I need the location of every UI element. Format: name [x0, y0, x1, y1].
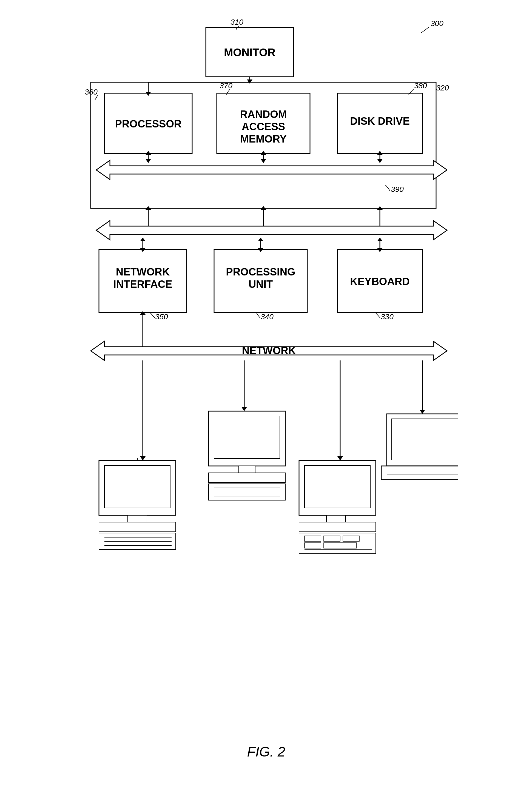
svg-rect-80 — [305, 536, 321, 541]
monitor-label: MONITOR — [224, 46, 275, 58]
svg-marker-47 — [140, 456, 146, 460]
figure-label: FIG. 2 — [247, 744, 285, 760]
ref-300: 300 — [431, 19, 444, 28]
svg-rect-84 — [324, 543, 357, 548]
ref-350: 350 — [155, 312, 168, 321]
main-diagram: MONITOR 310 300 320 PROCESSOR RANDOM ACC… — [74, 11, 458, 767]
svg-rect-81 — [324, 536, 340, 541]
network-interface-label2: INTERFACE — [113, 278, 172, 290]
ram-label-line2: ACCESS — [242, 121, 285, 132]
svg-rect-64 — [381, 466, 458, 480]
ref-340: 340 — [261, 312, 274, 321]
svg-marker-41 — [377, 238, 383, 241]
svg-marker-49 — [242, 407, 247, 411]
disk-drive-label-line1: DISK DRIVE — [350, 116, 409, 127]
svg-marker-37 — [258, 238, 263, 241]
ref-380: 380 — [414, 81, 427, 90]
ram-label-line3: MEMORY — [240, 133, 287, 145]
svg-rect-63 — [392, 419, 458, 460]
svg-rect-57 — [209, 473, 285, 482]
svg-rect-76 — [305, 465, 370, 508]
ref-370: 370 — [220, 81, 232, 90]
svg-rect-82 — [343, 536, 359, 541]
keyboard-label: KEYBOARD — [350, 276, 409, 287]
svg-rect-69 — [128, 515, 147, 522]
ref-310: 310 — [230, 18, 244, 26]
ref-320: 320 — [436, 83, 449, 92]
svg-rect-68 — [104, 465, 170, 508]
svg-marker-53 — [420, 410, 425, 414]
svg-marker-51 — [337, 456, 343, 460]
ref-360: 360 — [85, 88, 98, 96]
processor-label: PROCESSOR — [115, 118, 181, 130]
svg-rect-70 — [99, 522, 176, 532]
ram-label-line1: RANDOM — [240, 108, 287, 120]
svg-rect-56 — [239, 466, 255, 473]
network-bus-label: NETWORK — [242, 345, 296, 356]
svg-marker-29 — [96, 221, 447, 240]
processing-unit-label1: PROCESSING — [226, 266, 295, 278]
ref-390: 390 — [391, 185, 404, 194]
ref-330: 330 — [381, 312, 394, 321]
svg-rect-78 — [299, 522, 376, 532]
svg-marker-33 — [140, 238, 146, 241]
processing-unit-label2: UNIT — [248, 278, 273, 290]
network-interface-label1: NETWORK — [116, 266, 170, 278]
diagram-container: MONITOR 310 300 320 PROCESSOR RANDOM ACC… — [74, 11, 458, 767]
svg-rect-83 — [305, 543, 321, 548]
svg-rect-77 — [326, 515, 346, 522]
svg-rect-55 — [214, 416, 280, 459]
